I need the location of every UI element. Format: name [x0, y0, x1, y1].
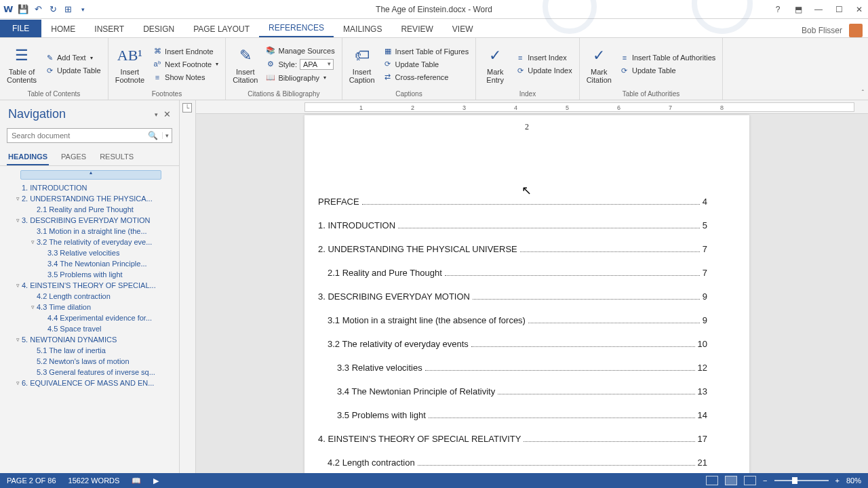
- nav-tab-results[interactable]: RESULTS: [98, 148, 135, 165]
- mark-citation-button[interactable]: ✓ Mark Citation: [583, 39, 616, 89]
- nav-tab-headings[interactable]: HEADINGS: [7, 148, 49, 165]
- macro-icon[interactable]: ▶: [153, 476, 159, 485]
- user-name[interactable]: Bob Flisser: [802, 26, 842, 35]
- insert-table-figures-button[interactable]: ▦Insert Table of Figures: [382, 46, 471, 57]
- nav-tree-item[interactable]: 5.3 General features of inverse sq...: [5, 367, 176, 378]
- toc-row[interactable]: 2. UNDERSTANDING THE PHYSICAL UNIVERSE7: [318, 244, 707, 254]
- nav-tree-item[interactable]: 3.3 Relative velocities: [5, 247, 176, 258]
- bibliography-button[interactable]: 📖Bibliography▾: [264, 73, 336, 83]
- tree-caret-icon[interactable]: ▿: [14, 217, 22, 224]
- nav-close-icon[interactable]: ✕: [163, 109, 171, 119]
- spell-check-icon[interactable]: 📖: [132, 476, 141, 485]
- tab-mailings[interactable]: MAILINGS: [334, 20, 391, 37]
- nav-tree-item[interactable]: ▿3. DESCRIBING EVERYDAY MOTION: [5, 215, 176, 226]
- nav-tree-item[interactable]: 2.1 Reality and Pure Thought: [5, 204, 176, 215]
- status-page[interactable]: PAGE 2 OF 86: [7, 476, 56, 485]
- nav-tree-item[interactable]: 3.1 Motion in a straight line (the...: [5, 226, 176, 237]
- save-icon[interactable]: 💾: [18, 4, 28, 15]
- nav-tree-item[interactable]: ▿3.2 The relativity of everyday eve...: [5, 237, 176, 247]
- toc-row[interactable]: 3.1 Motion in a straight line (the absen…: [318, 315, 707, 325]
- tree-caret-icon[interactable]: ▿: [14, 380, 22, 386]
- toc-row[interactable]: PREFACE4: [318, 197, 707, 207]
- zoom-slider[interactable]: [774, 480, 829, 481]
- toc-row[interactable]: 1. INTRODUCTION5: [318, 220, 707, 230]
- tab-insert[interactable]: INSERT: [85, 20, 134, 37]
- update-index-button[interactable]: ⟳Update Index: [514, 65, 573, 76]
- tree-caret-icon[interactable]: ▿: [28, 304, 37, 310]
- status-words[interactable]: 15622 WORDS: [68, 476, 120, 485]
- table-of-contents[interactable]: PREFACE41. INTRODUCTION52. UNDERSTANDING…: [318, 197, 707, 473]
- ribbon-display-icon[interactable]: ⬒: [792, 3, 804, 16]
- toc-row[interactable]: 3.5 Problems with light14: [318, 410, 707, 420]
- nav-tree-item[interactable]: 3.4 The Newtonian Principle...: [5, 258, 176, 269]
- touch-mode-icon[interactable]: ⊞: [62, 4, 73, 15]
- cross-reference-button[interactable]: ⇄Cross-reference: [382, 72, 471, 83]
- maximize-icon[interactable]: ☐: [833, 3, 845, 16]
- tree-caret-icon[interactable]: ▿: [28, 239, 37, 245]
- tab-page-layout[interactable]: PAGE LAYOUT: [184, 20, 259, 37]
- minimize-icon[interactable]: —: [812, 3, 825, 16]
- citation-style-select[interactable]: ⚙Style: APA: [264, 58, 336, 70]
- nav-tree-item[interactable]: 5.2 Newton's laws of motion: [5, 356, 176, 367]
- nav-tree-item[interactable]: ▿2. UNDERSTANDING THE PHYSICA...: [5, 193, 176, 204]
- tab-file[interactable]: FILE: [0, 20, 41, 37]
- search-input[interactable]: [7, 129, 144, 142]
- horizontal-ruler[interactable]: 12345678: [196, 100, 868, 114]
- toc-row[interactable]: 4. EINSTEIN'S THEORY OF SPECIAL RELATIVI…: [318, 434, 707, 444]
- manage-sources-button[interactable]: 📚Manage Sources: [264, 45, 336, 56]
- tab-view[interactable]: VIEW: [443, 20, 483, 37]
- tab-references[interactable]: REFERENCES: [259, 19, 334, 37]
- tree-caret-icon[interactable]: ▿: [14, 336, 22, 343]
- toc-row[interactable]: 3.4 The Newtonian Principle of Relativit…: [318, 386, 707, 396]
- nav-tree-item[interactable]: ▿4.3 Time dilation: [5, 302, 176, 312]
- show-notes-button[interactable]: ≡Show Notes: [151, 72, 220, 83]
- insert-index-button[interactable]: ≡Insert Index: [514, 52, 573, 63]
- nav-tree-item[interactable]: ▿5. NEWTONIAN DYNAMICS: [5, 334, 176, 345]
- update-table-figures-button[interactable]: ⟳Update Table: [382, 59, 471, 70]
- search-icon[interactable]: 🔍: [144, 131, 162, 140]
- update-table-button[interactable]: ⟳Update Table: [43, 65, 102, 76]
- nav-top-heading[interactable]: [20, 170, 161, 180]
- help-icon[interactable]: ?: [772, 3, 784, 16]
- update-toa-button[interactable]: ⟳Update Table: [618, 65, 717, 76]
- tab-review[interactable]: REVIEW: [391, 20, 442, 37]
- nav-tree-item[interactable]: ▿6. EQUIVALENCE OF MASS AND EN...: [5, 378, 176, 388]
- undo-icon[interactable]: ↶: [33, 4, 43, 15]
- insert-citation-button[interactable]: ✎ Insert Citation: [229, 39, 262, 89]
- nav-tree-item[interactable]: 4.5 Space travel: [5, 323, 176, 334]
- read-mode-icon[interactable]: [706, 476, 718, 485]
- document-page[interactable]: 2 PREFACE41. INTRODUCTION52. UNDERSTANDI…: [304, 115, 749, 473]
- toc-row[interactable]: 2.1 Reality and Pure Thought7: [318, 268, 707, 278]
- zoom-level[interactable]: 80%: [846, 476, 861, 485]
- toc-row[interactable]: 4.2 Length contraction21: [318, 458, 707, 468]
- user-avatar[interactable]: [849, 24, 863, 37]
- nav-tree-item[interactable]: 1. INTRODUCTION: [5, 182, 176, 193]
- nav-options-icon[interactable]: ▾: [155, 111, 158, 118]
- nav-tree-item[interactable]: 3.5 Problems with light: [5, 269, 176, 280]
- tree-caret-icon[interactable]: ▿: [14, 195, 22, 202]
- nav-tree-item[interactable]: 4.4 Experimental evidence for...: [5, 312, 176, 323]
- print-layout-icon[interactable]: [725, 476, 737, 485]
- insert-toa-button[interactable]: ≡Insert Table of Authorities: [618, 52, 717, 63]
- add-text-button[interactable]: ✎Add Text▾: [43, 52, 102, 63]
- toc-row[interactable]: 3.2 The relativity of everyday events10: [318, 339, 707, 349]
- document-area[interactable]: 12345678 2 PREFACE41. INTRODUCTION52. UN…: [196, 100, 868, 473]
- insert-footnote-button[interactable]: AB¹ Insert Footnote: [111, 39, 149, 89]
- mark-entry-button[interactable]: ✓ Mark Entry: [479, 39, 511, 89]
- web-layout-icon[interactable]: [744, 476, 756, 485]
- table-of-contents-button[interactable]: ☰ Table of Contents: [3, 39, 41, 89]
- redo-icon[interactable]: ↻: [47, 4, 58, 15]
- close-icon[interactable]: ✕: [853, 3, 865, 16]
- tab-home[interactable]: HOME: [41, 20, 85, 37]
- tree-caret-icon[interactable]: ▿: [14, 282, 22, 289]
- insert-caption-button[interactable]: 🏷 Insert Caption: [345, 39, 379, 89]
- qat-dropdown-icon[interactable]: ▾: [77, 4, 88, 15]
- zoom-in-icon[interactable]: +: [835, 476, 840, 485]
- next-footnote-button[interactable]: aᵇNext Footnote▾: [151, 59, 220, 70]
- toc-row[interactable]: 3. DESCRIBING EVERYDAY MOTION9: [318, 291, 707, 302]
- insert-endnote-button[interactable]: ⌘Insert Endnote: [151, 46, 220, 57]
- nav-tree-item[interactable]: 4.2 Length contraction: [5, 291, 176, 302]
- zoom-out-icon[interactable]: −: [763, 476, 767, 485]
- search-dropdown-icon[interactable]: ▾: [162, 132, 172, 139]
- tab-selector[interactable]: └: [182, 103, 192, 113]
